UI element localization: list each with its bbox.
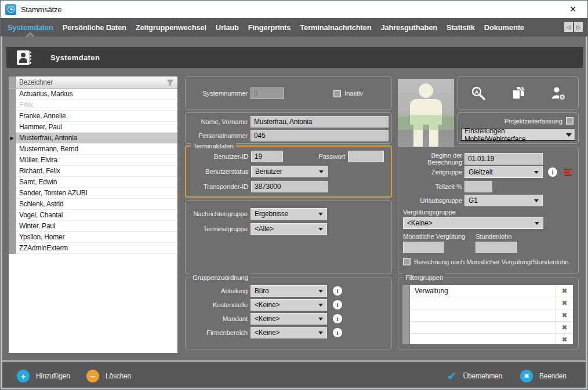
filtergruppe-label [410, 322, 556, 333]
list-item-mustermann-bernd[interactable]: Mustermann, Bernd [9, 144, 177, 155]
benutzerstatus-dropdown[interactable]: Benutzer [251, 166, 328, 177]
firmenbereich-dropdown[interactable]: <Keine> [251, 327, 327, 338]
tab-scroll-left-icon[interactable]: ◁ [564, 22, 573, 32]
row-gutter [9, 177, 16, 188]
list-item-felix[interactable]: Felix [9, 100, 177, 111]
nachrichtengruppe-value: Ergebnisse [255, 210, 288, 218]
list-item-label: Musterfrau, Antonia [16, 133, 177, 144]
list-item-label: Schlenk, Astrid [16, 199, 177, 210]
personalnummer-label: Personalnummer [186, 132, 248, 139]
app-clock-icon [5, 4, 16, 15]
remove-filtergruppe-icon[interactable]: ✖ [556, 322, 573, 333]
filtergruppen-group: Filtergruppen Verwaltung✖✖✖✖✖ [398, 278, 579, 349]
mandant-info-icon[interactable]: i [333, 314, 342, 323]
berechnung-group: Beginn der Berechnung Zeitgruppe Gleitze… [398, 147, 579, 274]
nachrichtengruppe-dropdown[interactable]: Ergebnisse [251, 208, 327, 220]
list-item-winter-paul[interactable]: Winter, Paul [9, 221, 177, 232]
list-item-schlenk-astrid[interactable]: Schlenk, Astrid [9, 199, 177, 210]
list-item-label: ZZAdminExterm [16, 243, 177, 254]
stundenlohn-field[interactable] [476, 242, 517, 253]
list-item-ypsilon-homer[interactable]: Ypsilon, Homer [9, 232, 177, 243]
teilzeit-field[interactable] [464, 181, 492, 192]
loeschen-label: Löschen [106, 372, 131, 380]
tab-persönliche-daten[interactable]: Persönliche Daten [58, 18, 131, 37]
tab-fingerprints[interactable]: Fingerprints [244, 18, 295, 37]
photo-search-icon[interactable]: A [469, 83, 488, 103]
list-column-header[interactable]: Bezeichner [9, 76, 177, 89]
tab-zeitgruppenwechsel[interactable]: Zeitgruppenwechsel [131, 18, 211, 37]
passwort-field[interactable] [348, 151, 384, 162]
list-item-müller-elvira[interactable]: Müller, Elvira [9, 155, 177, 166]
tab-statistik[interactable]: Statistik [442, 18, 480, 37]
remove-filtergruppe-icon[interactable]: ✖ [556, 285, 573, 297]
list-item-vogel-chantal[interactable]: Vogel, Chantal [9, 210, 177, 221]
tab-scroll-right-icon[interactable]: ▷ [574, 22, 583, 32]
einstellungen-mobile-dropdown[interactable]: Einstellungen Mobile/Webinterface [461, 129, 575, 141]
add-person-icon[interactable] [549, 83, 568, 103]
remove-filtergruppe-icon[interactable]: ✖ [556, 334, 573, 344]
filter-icon[interactable] [166, 79, 174, 86]
filtergruppen-rows: Verwaltung✖✖✖✖✖ [410, 285, 573, 344]
tab-urlaub[interactable]: Urlaub [211, 18, 244, 37]
abteilung-dropdown[interactable]: Büro [251, 285, 327, 297]
tab-dokumente[interactable]: Dokumente [480, 18, 529, 37]
list-item-hammer-paul[interactable]: Hammer, Paul [9, 122, 177, 133]
window-title: Stammsätze [21, 5, 61, 14]
name-vorname-field[interactable] [251, 116, 389, 127]
filtergruppe-row: ✖ [410, 322, 573, 334]
inaktiv-checkbox[interactable] [333, 90, 341, 97]
row-gutter [9, 100, 16, 111]
row-gutter [9, 188, 16, 199]
remove-filtergruppe-icon[interactable]: ✖ [556, 297, 573, 309]
filtergruppe-row: ✖ [410, 309, 573, 322]
abteilung-value: Büro [255, 287, 269, 295]
list-item-musterfrau-antonia[interactable]: ▶Musterfrau, Antonia [9, 133, 177, 144]
gruppenzuordnung-legend: Gruppenzuordnung [190, 274, 251, 282]
transponder-id-field[interactable] [251, 181, 328, 192]
urlaubsgruppe-dropdown[interactable]: G1 [464, 195, 543, 206]
close-icon[interactable]: ✕ [567, 3, 579, 16]
terminalgruppe-dropdown[interactable]: <Alle> [251, 223, 327, 235]
system-group: Systemnummer Inaktiv [185, 76, 392, 110]
tab-terminalnachrichten[interactable]: Terminalnachrichten [295, 18, 376, 37]
list-item-richard-felix[interactable]: Richard, Felix [9, 166, 177, 177]
tab-jahresguthaben[interactable]: Jahresguthaben [376, 18, 442, 37]
beginn-berechnung-field[interactable] [464, 153, 543, 165]
hinzufuegen-button[interactable]: + Hinzufügen [17, 362, 70, 390]
verguetungsgruppe-dropdown[interactable]: <Keine> [403, 217, 543, 229]
kostenstelle-dropdown[interactable]: <Keine> [251, 299, 327, 311]
zeitgruppe-dropdown[interactable]: Gleitzeit [464, 166, 543, 178]
list-header-gutter [9, 76, 16, 88]
loeschen-button[interactable]: − Löschen [86, 362, 131, 390]
title-bar: Stammsätze ✕ [1, 1, 587, 18]
projektzeiterfassung-checkbox[interactable] [566, 117, 574, 125]
list-item-actuarius-markus[interactable]: Actuarius, Markus [9, 89, 177, 100]
beenden-button[interactable]: ✖ Beenden [520, 362, 567, 390]
record-list-panel: Bezeichner Actuarius, MarkusFelixFranke,… [9, 76, 177, 353]
abteilung-info-icon[interactable]: i [333, 286, 342, 296]
list-item-label: Franke, Annelie [16, 111, 177, 122]
tab-systemdaten[interactable]: Systemdaten [3, 18, 58, 37]
uebernehmen-button[interactable]: ✔ Übernehmen [447, 362, 502, 390]
zeitgruppe-info-icon[interactable]: i [548, 167, 557, 177]
zeitmodell-icon[interactable] [561, 168, 572, 177]
list-item-franke-annelie[interactable]: Franke, Annelie [9, 111, 177, 122]
remove-filtergruppe-icon[interactable]: ✖ [556, 309, 573, 321]
monatliche-verguetung-field[interactable] [403, 242, 444, 253]
personalnummer-field[interactable] [251, 130, 389, 141]
firmenbereich-info-icon[interactable]: i [333, 328, 342, 337]
name-vorname-label: Name, Vorname [186, 118, 248, 125]
kostenstelle-info-icon[interactable]: i [333, 300, 342, 309]
projektzeiterfassung-label: Projektzeiterfassung [504, 118, 562, 125]
zeitgruppe-label: Zeitgruppe [398, 169, 462, 176]
mandant-dropdown[interactable]: <Keine> [251, 313, 327, 325]
documents-icon[interactable] [509, 83, 528, 103]
list-item-zzadminexterm[interactable]: ZZAdminExterm [9, 243, 177, 254]
stammsaetze-window: Stammsätze ✕ SystemdatenPersönliche Date… [0, 0, 588, 390]
benutzer-id-field[interactable] [251, 151, 283, 162]
beginn-berechnung-label: Beginn der Berechnung [398, 152, 462, 166]
list-item-samt-edwin[interactable]: Samt, Edwin [9, 177, 177, 188]
list-item-sander-torsten-azubi[interactable]: Sander, Torsten AZUBI [9, 188, 177, 199]
monatliche-verguetung-label: Monatliche Vergütung [403, 233, 476, 240]
berechnung-nach-checkbox[interactable] [403, 258, 411, 265]
